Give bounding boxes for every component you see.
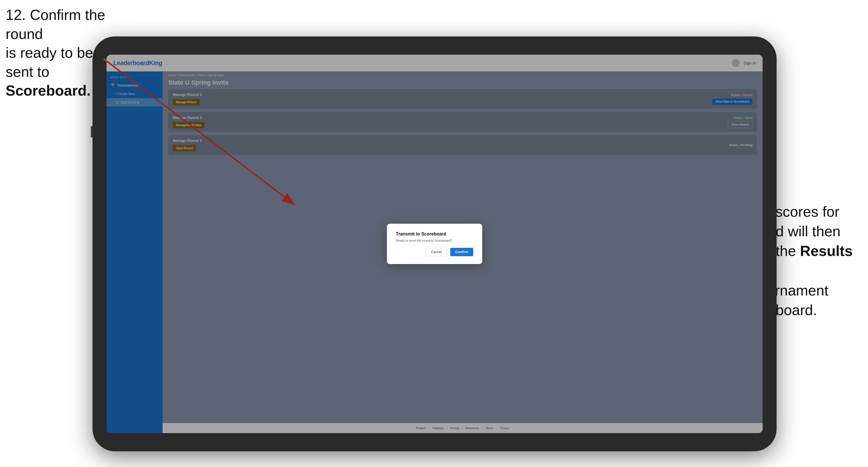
modal-buttons: Cancel Confirm xyxy=(396,248,473,256)
modal-overlay: Transmit to Scoreboard Ready to send thi… xyxy=(163,71,763,433)
annotation-line2: is ready to be sent to xyxy=(6,44,93,80)
annotation-line3: Scoreboard. xyxy=(6,83,91,99)
modal-confirm-btn[interactable]: Confirm xyxy=(450,248,473,256)
page-content: Home / Tournaments / State U Spring Invi… xyxy=(163,71,763,433)
main-content: MAIN MENU 🏆 Tournaments + Create New ✏️ … xyxy=(106,71,763,433)
annotation-b4-bold: Results xyxy=(800,243,853,259)
annotation-line1: 12. Confirm the round xyxy=(6,7,105,42)
modal-subtitle: Ready to send this round to Scoreboard? xyxy=(396,239,473,242)
tablet-screen: LeaderboardKing Sign In MAIN MENU 🏆 Tour… xyxy=(106,55,763,433)
modal-title: Transmit to Scoreboard xyxy=(396,231,473,237)
transmit-modal: Transmit to Scoreboard Ready to send thi… xyxy=(387,224,482,264)
tablet-device: LeaderboardKing Sign In MAIN MENU 🏆 Tour… xyxy=(93,36,777,451)
modal-cancel-btn[interactable]: Cancel xyxy=(426,248,447,256)
tablet-physical-button xyxy=(91,126,93,137)
